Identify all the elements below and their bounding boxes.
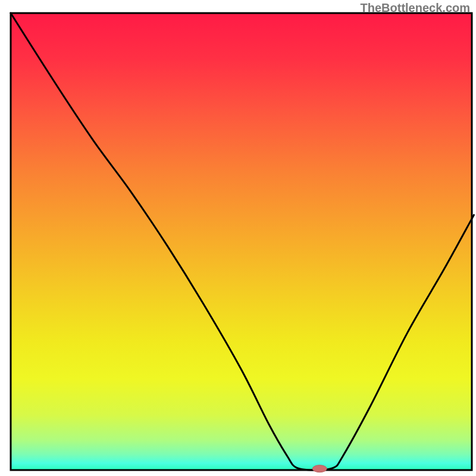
- bottleneck-chart: [0, 0, 476, 476]
- chart-container: TheBottleneck.com: [0, 0, 476, 476]
- optimal-point-marker: [312, 465, 327, 472]
- watermark-text: TheBottleneck.com: [361, 1, 470, 15]
- chart-background: [11, 13, 472, 470]
